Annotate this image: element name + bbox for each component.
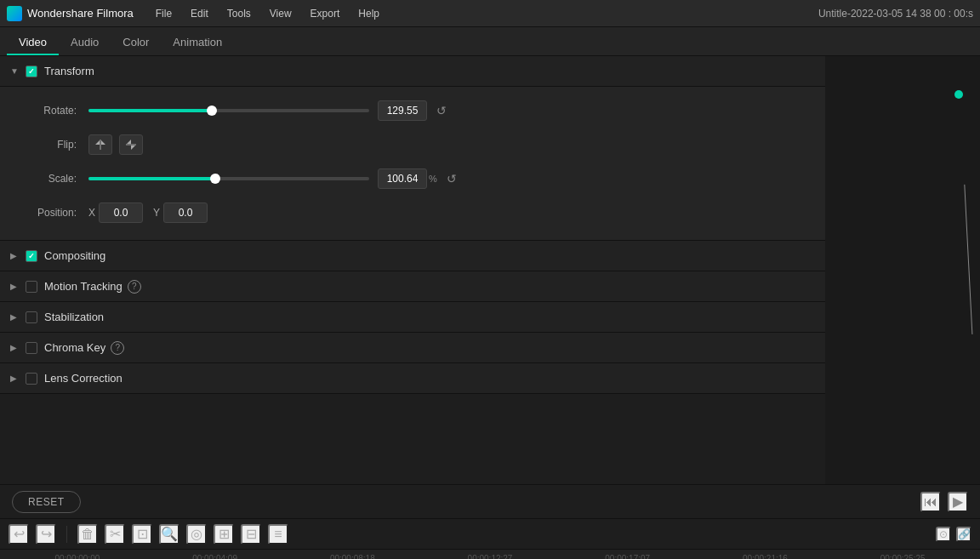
tab-color[interactable]: Color — [111, 31, 161, 55]
compositing-label: Compositing — [44, 249, 105, 262]
right-panel: OK — [825, 56, 980, 484]
redo-button[interactable]: ↪ — [36, 524, 56, 545]
cut-button[interactable]: ✂ — [105, 524, 125, 545]
tab-animation[interactable]: Animation — [161, 31, 234, 55]
scale-reset-button[interactable]: ↺ — [442, 169, 461, 188]
tab-audio[interactable]: Audio — [59, 31, 111, 55]
chroma-key-checkbox[interactable] — [26, 342, 37, 354]
chroma-key-section-header[interactable]: ▶ Chroma Key ? — [0, 333, 825, 363]
motion-tracking-help-icon[interactable]: ? — [128, 280, 141, 294]
flip-label: Flip: — [17, 139, 77, 151]
motion-tracking-section-header[interactable]: ▶ Motion Tracking ? — [0, 271, 825, 302]
logo-text: Wondershare Filmora — [27, 7, 134, 20]
flip-vertical-button[interactable] — [119, 134, 143, 155]
effects-button[interactable]: ◎ — [186, 524, 207, 545]
scale-unit: % — [429, 174, 437, 184]
time-tick-2: 00:00:08:18 — [283, 554, 421, 559]
undo-button[interactable]: ↩ — [9, 524, 29, 545]
tab-video[interactable]: Video — [7, 31, 59, 55]
timeline-markers: 00:00:00:00 00:00:04:09 00:00:08:18 00:0… — [9, 554, 971, 559]
bottom-toolbar: ↩ ↪ 🗑 ✂ ⊡ 🔍 ◎ ⊞ ⊟ ≡ ⊙ 🔗 00:00:00:00 00:0… — [0, 518, 980, 559]
lens-correction-section-header[interactable]: ▶ Lens Correction — [0, 363, 825, 394]
transform-label: Transform — [44, 65, 94, 77]
flip-v-icon — [124, 138, 138, 151]
time-tick-1: 00:00:04:09 — [146, 554, 284, 559]
transform-arrow-icon: ▼ — [10, 66, 20, 77]
x-label: X — [88, 207, 95, 219]
position-y-input[interactable] — [163, 202, 208, 223]
tab-bar: Video Audio Color Animation — [0, 27, 980, 56]
position-row: Position: X Y — [17, 202, 808, 223]
time-tick-6: 00:00:25:25 — [834, 554, 971, 559]
rotate-slider-fill — [88, 109, 212, 112]
flip-h-icon — [94, 138, 107, 151]
y-label: Y — [153, 207, 160, 219]
rotate-value-input[interactable] — [378, 100, 427, 121]
position-x-input[interactable] — [99, 202, 143, 223]
scale-value-input[interactable] — [378, 168, 427, 189]
toolbar-divider-1 — [66, 526, 67, 543]
motion-tracking-label: Motion Tracking — [44, 280, 122, 293]
path-line — [965, 185, 972, 334]
time-tick-0: 00:00:00:00 — [9, 554, 146, 559]
scale-slider-track[interactable] — [88, 177, 369, 180]
stabilization-checkbox[interactable] — [26, 311, 37, 323]
link-button[interactable]: 🔗 — [956, 527, 971, 542]
preview-area — [825, 56, 980, 484]
menu-file[interactable]: File — [147, 4, 180, 23]
snap-button[interactable]: ⊙ — [936, 527, 951, 542]
transform-content: Rotate: ↺ Flip: — [0, 87, 825, 241]
settings-button[interactable]: ≡ — [268, 524, 288, 545]
play-button[interactable]: ▶ — [948, 492, 968, 512]
menu-bar: File Edit Tools View Export Help — [147, 4, 818, 23]
menu-tools[interactable]: Tools — [219, 4, 259, 23]
fit-button[interactable]: ⊟ — [241, 524, 261, 545]
stabilization-section-header[interactable]: ▶ Stabilization — [0, 302, 825, 333]
rotate-row: Rotate: ↺ — [17, 100, 808, 121]
transform-section-header[interactable]: ▼ ✓ Transform — [0, 56, 825, 87]
time-tick-3: 00:00:12:27 — [421, 554, 559, 559]
compositing-section-header[interactable]: ▶ ✓ Compositing — [0, 241, 825, 271]
position-y-group: Y — [153, 202, 208, 223]
chroma-key-arrow-icon: ▶ — [10, 343, 20, 353]
time-tick-4: 00:00:17:07 — [559, 554, 697, 559]
crop-button[interactable]: ⊡ — [132, 524, 152, 545]
rotate-slider-track[interactable] — [88, 109, 369, 112]
scale-slider-fill — [88, 177, 215, 180]
flip-row: Flip: — [17, 134, 808, 155]
search-button[interactable]: 🔍 — [159, 524, 179, 545]
chroma-key-label: Chroma Key — [44, 341, 105, 354]
lens-correction-label: Lens Correction — [44, 372, 122, 385]
menu-view[interactable]: View — [261, 4, 300, 23]
lens-correction-checkbox[interactable] — [26, 373, 37, 385]
prev-frame-button[interactable]: ⏮ — [920, 492, 941, 512]
transform-checkbox[interactable]: ✓ — [26, 66, 37, 77]
menu-edit[interactable]: Edit — [182, 4, 217, 23]
rotate-reset-button[interactable]: ↺ — [432, 101, 451, 120]
app-logo: Wondershare Filmora — [7, 6, 134, 21]
delete-button[interactable]: 🗑 — [77, 524, 98, 545]
rotate-label: Rotate: — [17, 105, 77, 117]
scale-slider-container — [88, 177, 369, 180]
node-dot-1 — [954, 90, 963, 99]
footer-row: RESET ⏮ ▶ — [0, 484, 980, 518]
compositing-checkbox[interactable]: ✓ — [26, 250, 37, 262]
position-x-group: X — [88, 202, 143, 223]
position-label: Position: — [17, 207, 77, 219]
menu-export[interactable]: Export — [302, 4, 349, 23]
motion-tracking-checkbox[interactable] — [26, 281, 37, 293]
scale-slider-thumb[interactable] — [210, 174, 220, 184]
chroma-key-help-icon[interactable]: ? — [111, 341, 124, 355]
scale-row: Scale: % ↺ — [17, 168, 808, 189]
menu-help[interactable]: Help — [350, 4, 388, 23]
main-content: ▼ ✓ Transform Rotate: ↺ Fl — [0, 56, 980, 484]
flip-horizontal-button[interactable] — [88, 134, 112, 155]
left-panel: ▼ ✓ Transform Rotate: ↺ Fl — [0, 56, 825, 484]
rotate-slider-thumb[interactable] — [207, 106, 217, 116]
reset-button[interactable]: RESET — [12, 491, 81, 513]
split-button[interactable]: ⊞ — [214, 524, 234, 545]
rotate-slider-container — [88, 109, 369, 112]
stabilization-arrow-icon: ▶ — [10, 312, 20, 322]
playback-controls: ⏮ ▶ — [920, 492, 968, 512]
lens-correction-arrow-icon: ▶ — [10, 374, 20, 384]
